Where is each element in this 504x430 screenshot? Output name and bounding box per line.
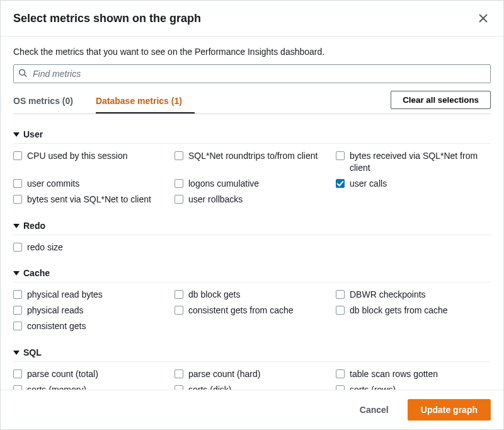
metric-label: physical read bytes: [27, 289, 103, 301]
metric-checkbox[interactable]: [13, 290, 22, 299]
metric-item[interactable]: CPU used by this session: [13, 150, 168, 174]
metric-label: bytes sent via SQL*Net to client: [27, 194, 151, 206]
caret-down-icon: [13, 223, 20, 229]
group-body: redo size: [13, 235, 491, 256]
group-header[interactable]: Redo: [13, 217, 491, 235]
metric-item[interactable]: sorts (memory): [13, 384, 168, 390]
metric-item[interactable]: parse count (total): [13, 368, 168, 380]
metric-item[interactable]: user calls: [336, 178, 491, 190]
metric-label: parse count (hard): [188, 368, 260, 380]
metric-checkbox[interactable]: [13, 243, 22, 252]
tab-os-metrics[interactable]: OS metrics (0): [13, 90, 86, 113]
metric-checkbox[interactable]: [175, 290, 183, 299]
update-graph-button[interactable]: Update graph: [408, 399, 491, 421]
svg-marker-6: [13, 271, 20, 276]
metric-checkbox[interactable]: [13, 151, 22, 160]
group-header[interactable]: Cache: [13, 264, 491, 282]
close-button[interactable]: [476, 11, 491, 26]
group-body: parse count (total)parse count (hard)tab…: [13, 362, 491, 390]
metric-label: redo size: [27, 241, 63, 253]
modal-body-scroll[interactable]: Check the metrics that you want to see o…: [1, 37, 503, 390]
group-title: SQL: [23, 347, 42, 357]
metric-checkbox[interactable]: [13, 306, 22, 315]
metric-item[interactable]: bytes received via SQL*Net from client: [336, 150, 491, 174]
metric-checkbox[interactable]: [13, 385, 22, 390]
metric-group: Cachephysical read bytesdb block getsDBW…: [13, 264, 491, 335]
metric-checkbox[interactable]: [336, 290, 345, 299]
tabs-row: OS metrics (0) Database metrics (1) Clea…: [13, 90, 491, 114]
metric-label: parse count (total): [27, 368, 98, 380]
metric-checkbox[interactable]: [13, 369, 22, 378]
metric-item[interactable]: table scan rows gotten: [336, 368, 491, 380]
metric-label: db block gets from cache: [350, 305, 448, 317]
metric-item[interactable]: physical read bytes: [13, 289, 168, 301]
clear-all-button[interactable]: Clear all selections: [391, 91, 491, 109]
metric-label: user rollbacks: [188, 194, 243, 206]
metric-item[interactable]: bytes sent via SQL*Net to client: [13, 194, 168, 206]
metric-checkbox[interactable]: [13, 195, 22, 204]
metric-checkbox[interactable]: [336, 369, 345, 378]
metric-item[interactable]: consistent gets: [13, 320, 168, 332]
modal-title: Select metrics shown on the graph: [13, 12, 201, 25]
metric-item[interactable]: db block gets: [175, 289, 329, 301]
metric-label: sorts (rows): [350, 384, 396, 390]
metric-checkbox[interactable]: [336, 179, 345, 188]
metric-label: consistent gets: [27, 320, 86, 332]
metric-checkbox[interactable]: [13, 179, 22, 188]
svg-point-2: [20, 69, 25, 75]
tab-database-metrics[interactable]: Database metrics (1): [96, 90, 195, 113]
metric-checkbox[interactable]: [175, 306, 183, 315]
metric-label: CPU used by this session: [27, 150, 128, 162]
metric-label: DBWR checkpoints: [350, 289, 426, 301]
metric-group: UserCPU used by this sessionSQL*Net roun…: [13, 125, 491, 208]
group-header[interactable]: User: [13, 125, 491, 144]
metric-label: db block gets: [188, 289, 241, 301]
caret-down-icon: [13, 349, 20, 356]
metric-item[interactable]: DBWR checkpoints: [336, 289, 491, 301]
search-input[interactable]: [13, 64, 491, 83]
metric-label: SQL*Net roundtrips to/from client: [188, 150, 318, 162]
metric-checkbox[interactable]: [336, 151, 345, 160]
metric-label: sorts (memory): [27, 384, 86, 390]
metric-groups: UserCPU used by this sessionSQL*Net roun…: [13, 125, 491, 390]
search-box: [13, 64, 491, 83]
modal-footer: Cancel Update graph: [1, 390, 503, 429]
metric-item[interactable]: sorts (rows): [336, 384, 491, 390]
metric-checkbox[interactable]: [336, 306, 345, 315]
search-icon: [18, 69, 27, 79]
modal: Select metrics shown on the graph Check …: [0, 0, 504, 430]
svg-line-3: [25, 74, 27, 77]
metric-item[interactable]: sorts (disk): [175, 384, 329, 390]
metric-checkbox[interactable]: [175, 385, 183, 390]
metric-item[interactable]: user rollbacks: [175, 194, 329, 206]
metric-group: Redoredo size: [13, 217, 491, 256]
metric-item[interactable]: db block gets from cache: [336, 305, 491, 317]
cancel-button[interactable]: Cancel: [347, 399, 401, 421]
group-title: Cache: [23, 268, 50, 278]
metric-item[interactable]: parse count (hard): [175, 368, 329, 380]
metric-item[interactable]: logons cumulative: [175, 178, 329, 190]
metric-item[interactable]: redo size: [13, 241, 168, 253]
close-icon: [478, 13, 488, 23]
metric-label: consistent gets from cache: [188, 305, 294, 317]
caret-down-icon: [13, 131, 20, 137]
metric-checkbox[interactable]: [336, 385, 345, 390]
metric-item[interactable]: SQL*Net roundtrips to/from client: [175, 150, 329, 174]
modal-body: Check the metrics that you want to see o…: [1, 37, 503, 390]
svg-marker-7: [13, 351, 20, 355]
metric-checkbox[interactable]: [175, 195, 183, 204]
metric-label: physical reads: [27, 305, 84, 317]
instruction-text: Check the metrics that you want to see o…: [13, 47, 491, 57]
metric-item[interactable]: physical reads: [13, 305, 168, 317]
modal-header: Select metrics shown on the graph: [1, 1, 503, 37]
metric-checkbox[interactable]: [175, 151, 183, 160]
metric-item[interactable]: consistent gets from cache: [175, 305, 329, 317]
metric-label: sorts (disk): [188, 384, 231, 390]
metric-checkbox[interactable]: [175, 179, 183, 188]
metric-checkbox[interactable]: [175, 369, 183, 378]
caret-down-icon: [13, 270, 20, 276]
group-title: Redo: [23, 221, 45, 231]
metric-item[interactable]: user commits: [13, 178, 168, 190]
metric-checkbox[interactable]: [13, 322, 22, 330]
group-header[interactable]: SQL: [13, 344, 491, 362]
